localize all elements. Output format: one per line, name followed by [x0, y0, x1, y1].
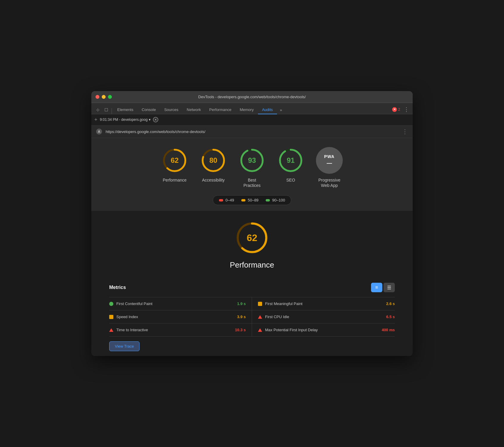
fci-value: 6.5 s: [386, 315, 395, 319]
legend-item-green: 90–100: [266, 198, 285, 202]
score-legend: 0–49 50–89 90–100: [213, 195, 291, 205]
tab-elements[interactable]: Elements: [113, 106, 137, 114]
page-favicon: A: [96, 129, 102, 135]
metrics-toggle: ≡ ☰: [371, 283, 395, 292]
score-circle-best-practices: 93: [239, 147, 265, 174]
score-label-best-practices: BestPractices: [243, 177, 261, 188]
si-indicator: [109, 315, 113, 319]
traffic-lights: [96, 95, 112, 99]
metric-cell-fci: First CPU Idle 6.5 s: [252, 310, 395, 323]
devtools-body: A https://developers.google.com/web/tool…: [91, 126, 413, 356]
tab-sources[interactable]: Sources: [160, 106, 183, 114]
table-row: Speed Index 3.9 s First CPU Idle 6.5 s: [109, 310, 395, 323]
score-value-best-practices: 93: [248, 156, 256, 165]
fcp-indicator: [109, 302, 113, 306]
legend-item-orange: 50–89: [241, 198, 259, 202]
devtools-window: DevTools - developers.google.com/web/too…: [91, 91, 413, 356]
score-item-best-practices[interactable]: 93 BestPractices: [239, 147, 265, 188]
legend-label-green: 90–100: [272, 198, 285, 202]
tti-value: 10.3 s: [235, 328, 246, 332]
legend-dot-orange: [241, 199, 245, 201]
more-options-icon[interactable]: ⋮: [403, 106, 410, 113]
si-value: 3.9 s: [237, 315, 246, 319]
metric-cell-fmp: First Meaningful Paint 2.6 s: [252, 297, 395, 310]
view-trace-button[interactable]: View Trace: [109, 341, 140, 351]
metrics-title: Metrics: [109, 285, 126, 290]
new-tab-button[interactable]: +: [94, 117, 98, 123]
stop-icon[interactable]: [153, 117, 158, 122]
lighthouse-menu-icon[interactable]: ⋮: [402, 128, 408, 135]
error-badge: ✕ 2: [392, 107, 400, 112]
minimize-button[interactable]: [102, 95, 106, 99]
score-label-seo: SEO: [286, 177, 295, 183]
score-value-performance: 62: [171, 156, 179, 165]
legend-item-red: 0–49: [219, 198, 234, 202]
fmp-name: First Meaningful Paint: [265, 301, 383, 306]
score-value-accessibility: 80: [209, 156, 217, 165]
metric-cell-si: Speed Index 3.9 s: [109, 310, 252, 323]
score-item-performance[interactable]: 62 Performance: [161, 147, 188, 183]
pwa-circle: PWA —: [316, 147, 343, 174]
tab-memory[interactable]: Memory: [236, 106, 258, 114]
score-item-seo[interactable]: 91 SEO: [277, 147, 304, 183]
pwa-dash: —: [327, 160, 332, 166]
perf-detail-title: Performance: [230, 260, 274, 270]
legend-dot-green: [266, 199, 270, 201]
perf-detail-circle: 62: [234, 220, 270, 256]
devtools-tabs: ⊹ ☐ Elements Console Sources Network Per…: [91, 103, 413, 114]
error-icon: ✕: [392, 107, 397, 112]
mpfid-indicator: [258, 328, 262, 332]
tabs-right-controls: ✕ 2 ⋮: [392, 106, 410, 114]
tab-performance[interactable]: Performance: [205, 106, 235, 114]
legend-label-orange: 50–89: [248, 198, 259, 202]
metric-cell-tti: Time to Interactive 10.3 s: [109, 323, 252, 336]
fci-name: First CPU Idle: [265, 315, 383, 319]
toolbar-divider: [112, 108, 112, 114]
list-view-icon: ☰: [387, 285, 391, 290]
browser-url-bar: + 9:01:34 PM - developers.goog ▾: [91, 114, 413, 126]
metrics-header: Metrics ≡ ☰: [109, 283, 395, 292]
fmp-value: 2.6 s: [386, 301, 395, 306]
error-count: 2: [398, 107, 400, 112]
inspect-icon[interactable]: ⊹: [94, 106, 102, 114]
mpfid-name: Max Potential First Input Delay: [265, 328, 379, 332]
scores-row: 62 Performance 80 Accessibility: [161, 147, 343, 188]
si-name: Speed Index: [116, 315, 234, 319]
score-value-seo: 91: [287, 156, 295, 165]
score-label-performance: Performance: [163, 177, 187, 183]
metric-cell-mpfid: Max Potential First Input Delay 400 ms: [252, 323, 395, 336]
score-circle-performance: 62: [161, 147, 188, 174]
metrics-grid: First Contentful Paint 1.9 s First Meani…: [109, 297, 395, 337]
table-row: First Contentful Paint 1.9 s First Meani…: [109, 297, 395, 310]
lighthouse-url-bar: A https://developers.google.com/web/tool…: [91, 126, 413, 138]
fcp-name: First Contentful Paint: [116, 301, 234, 306]
fci-indicator: [258, 315, 262, 319]
maximize-button[interactable]: [108, 95, 112, 99]
close-button[interactable]: [96, 95, 99, 99]
scores-section: 62 Performance 80 Accessibility: [91, 138, 413, 211]
table-row: Time to Interactive 10.3 s Max Potential…: [109, 323, 395, 337]
window-title: DevTools - developers.google.com/web/too…: [198, 95, 306, 99]
device-icon[interactable]: ☐: [102, 106, 110, 114]
score-label-accessibility: Accessibility: [202, 177, 225, 183]
page-url: https://developers.google.com/web/tools/…: [106, 129, 205, 134]
score-item-pwa[interactable]: PWA — ProgressiveWeb App: [316, 147, 343, 188]
toggle-grid-button[interactable]: ≡: [371, 283, 382, 292]
tab-console[interactable]: Console: [137, 106, 160, 114]
legend-label-red: 0–49: [226, 198, 234, 202]
pwa-label: PWA: [324, 154, 335, 159]
tab-info: 9:01:34 PM - developers.goog ▾: [100, 118, 151, 122]
tti-indicator: [109, 328, 113, 332]
tabs-overflow-button[interactable]: »: [277, 106, 285, 114]
toggle-list-button[interactable]: ☰: [384, 283, 395, 292]
mpfid-value: 400 ms: [382, 328, 395, 332]
tab-audits[interactable]: Audits: [258, 106, 277, 114]
legend-dot-red: [219, 199, 223, 201]
fcp-value: 1.9 s: [237, 301, 246, 306]
score-label-pwa: ProgressiveWeb App: [318, 177, 340, 188]
fmp-indicator: [258, 302, 262, 306]
title-bar: DevTools - developers.google.com/web/too…: [91, 91, 413, 103]
tab-network[interactable]: Network: [183, 106, 205, 114]
perf-detail-score: 62: [247, 232, 257, 243]
score-item-accessibility[interactable]: 80 Accessibility: [200, 147, 227, 183]
